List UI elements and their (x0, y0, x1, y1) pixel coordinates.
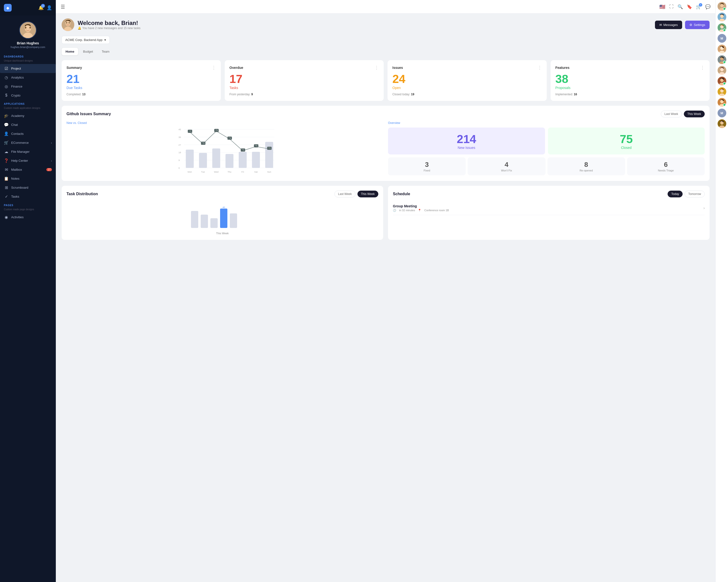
task-dist-this-week-btn[interactable]: This Week (358, 191, 378, 197)
tab-team[interactable]: Team (98, 48, 113, 55)
tabs: Home Budget Team (62, 48, 709, 55)
sidebar-item-helpcenter[interactable]: ❓ Help Center › (0, 156, 56, 165)
stat-card-features-menu[interactable]: ⋮ (700, 65, 705, 70)
fullscreen-icon[interactable]: ⛶ (669, 4, 674, 9)
right-avatar-7[interactable] (718, 77, 726, 85)
stat-summary-footer: Completed: 13 (67, 93, 216, 96)
profile-avatar[interactable] (19, 21, 37, 39)
github-issues-header: Github Issues Summary Last Week This Wee… (67, 111, 705, 117)
github-this-week-btn[interactable]: This Week (684, 111, 705, 117)
schedule-tomorrow-btn[interactable]: Tomorrow (684, 191, 705, 197)
svg-point-4 (29, 27, 31, 28)
github-last-week-btn[interactable]: Last Week (661, 111, 682, 117)
welcome-text: Welcome back, Brian! 🔔 You have 2 new me… (78, 20, 140, 30)
new-issues-label: New Issues (458, 146, 475, 149)
right-avatar-8[interactable] (718, 87, 726, 96)
app-logo-icon[interactable]: ◆ (4, 4, 11, 11)
hamburger-icon[interactable]: ☰ (61, 4, 65, 10)
notification-icon[interactable]: 🔔 3 (38, 5, 44, 10)
sidebar-item-project[interactable]: ☑ Project (0, 64, 56, 73)
bell-icon: 🔔 (78, 26, 81, 30)
stat-summary-number: 21 (67, 73, 216, 85)
location-icon: 📍 (418, 209, 421, 212)
event-arrow-icon[interactable]: › (703, 206, 705, 210)
svg-text:Tue: Tue (201, 171, 205, 173)
right-avatar-m1[interactable]: M (718, 34, 726, 43)
sidebar-item-mailbox[interactable]: ✉ Mailbox 27 (0, 165, 56, 174)
sidebar-item-scrumboard[interactable]: ⊞ Scrumboard (0, 183, 56, 192)
sidebar-item-contacts[interactable]: 👤 Contacts (0, 129, 56, 138)
search-icon[interactable]: 🔍 (678, 4, 683, 9)
sidebar-item-crypto[interactable]: $ Crypto (0, 91, 56, 100)
svg-text:Sat: Sat (254, 171, 258, 173)
task-dist-title: Task Distribution (67, 192, 98, 196)
cart-icon[interactable]: 🛒 5 (696, 4, 701, 9)
svg-point-43 (189, 131, 190, 133)
right-avatar-5[interactable] (718, 55, 726, 64)
svg-point-49 (268, 148, 270, 150)
stat-overdue-footer: From yesterday: 9 (230, 93, 379, 96)
message-icon[interactable]: 💬 (705, 4, 710, 9)
schedule-day-toggle: Today Tomorrow (668, 191, 705, 197)
sidebar-item-finance[interactable]: ◎ Finance (0, 82, 56, 91)
right-avatar-3[interactable] (718, 23, 726, 32)
svg-text:9: 9 (179, 159, 180, 162)
messages-button[interactable]: ✉ Messages (655, 21, 682, 29)
ecommerce-icon: 🛒 (4, 140, 9, 145)
sidebar-item-analytics[interactable]: ◷ Analytics (0, 73, 56, 82)
settings-button[interactable]: ⚙ Settings (685, 21, 709, 29)
stat-card-issues-menu[interactable]: ⋮ (538, 65, 542, 70)
event-title: Group Meeting (393, 204, 449, 208)
svg-rect-61 (230, 213, 237, 228)
main-area: ☰ 🇺🇸 ⛶ 🔍 🔖 🛒 5 💬 (56, 0, 716, 582)
sidebar-item-tasks[interactable]: ✓ Tasks (0, 192, 56, 201)
sidebar-item-chat[interactable]: 💬 Chat (0, 120, 56, 129)
tab-budget[interactable]: Budget (79, 48, 97, 55)
stat-card-overdue-menu[interactable]: ⋮ (374, 65, 379, 70)
right-avatar-9[interactable] (718, 98, 726, 107)
stat-card-issues-header: Issues ⋮ (392, 65, 542, 70)
tab-home[interactable]: Home (62, 48, 78, 55)
stats-row: Summary ⋮ 21 Due Tasks Completed: 13 Ove… (62, 60, 709, 101)
flag-icon[interactable]: 🇺🇸 (659, 4, 666, 10)
sidebar-item-label: Scrumboard (11, 186, 28, 189)
sidebar-item-activities[interactable]: ◉ Activities (0, 213, 56, 222)
envelope-icon: ✉ (659, 23, 662, 27)
overview-section: Overview 214 New Issues 75 Closed (388, 121, 705, 176)
right-avatar-10[interactable] (718, 119, 726, 128)
welcome-subtitle: 🔔 You have 2 new messages and 15 new tas… (78, 26, 140, 30)
sidebar-item-filemanager[interactable]: ☁ File Manager (0, 147, 56, 156)
svg-point-46 (229, 138, 230, 140)
right-avatar-1[interactable] (718, 2, 726, 11)
svg-point-45 (215, 130, 217, 132)
profile-name: Brian Hughes (17, 41, 39, 45)
stat-card-issues-title: Issues (392, 66, 403, 70)
pages-section-label: PAGES (0, 201, 56, 207)
sidebar-item-label: Tasks (11, 195, 19, 198)
sidebar-profile: Brian Hughes hughes.brian@company.com (0, 16, 56, 52)
schedule-today-btn[interactable]: Today (668, 191, 683, 197)
stat-card-summary-menu[interactable]: ⋮ (212, 65, 216, 70)
wontfix-label: Won't Fix (471, 169, 542, 172)
stat-summary-label: Due Tasks (67, 86, 216, 90)
task-dist-svg: 40 (186, 206, 259, 230)
sidebar-item-ecommerce[interactable]: 🛒 ECommerce › (0, 138, 56, 147)
sidebar-item-label: Crypto (11, 93, 20, 97)
sidebar-item-academy[interactable]: 🎓 Academy (0, 111, 56, 120)
user-circle-icon[interactable]: 👤 (47, 5, 52, 10)
wontfix-number: 4 (471, 161, 542, 169)
project-selector[interactable]: ACME Corp. Backend App ▾ (62, 36, 110, 44)
right-avatar-6[interactable] (718, 66, 726, 75)
schedule-header: Schedule Today Tomorrow (393, 191, 705, 197)
mailbox-badge: 27 (46, 168, 52, 171)
overview-top: 214 New Issues 75 Closed (388, 128, 705, 155)
bookmark-icon[interactable]: 🔖 (687, 4, 692, 9)
right-avatar-2[interactable] (718, 12, 726, 21)
triage-number: 6 (630, 161, 701, 169)
task-dist-last-week-btn[interactable]: Last Week (334, 191, 355, 197)
right-avatar-m2[interactable]: M (718, 109, 726, 117)
sidebar-item-notes[interactable]: 📋 Notes (0, 174, 56, 183)
sidebar-item-label: Analytics (11, 76, 24, 79)
svg-text:40: 40 (222, 206, 225, 209)
right-avatar-4[interactable] (718, 45, 726, 53)
